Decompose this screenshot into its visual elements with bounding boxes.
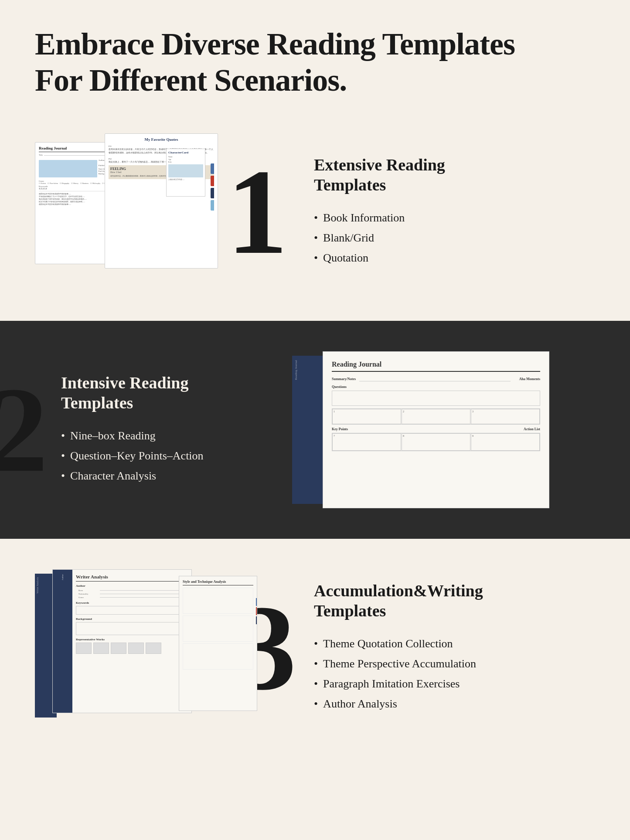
bullet-theme-perspective: Theme Perspective Accumulation (314, 654, 595, 674)
author-label: Author (99, 159, 105, 161)
journal-card-2: My Favorite Quotes P21 思考本身并没有太多价值，只有当与个… (105, 133, 218, 269)
bullet-blank-grid: Blank/Grid (314, 228, 595, 248)
s3-keywords-label: Keywords (76, 601, 188, 605)
bullet-book-info: Book Information (314, 208, 595, 228)
title-line2: For Different Scenarios. (35, 63, 347, 98)
genre-philosophy: ☐ Philosophy (90, 182, 100, 184)
main-title: Embrace Diverse Reading Templates For Di… (35, 26, 595, 99)
genre-business: ☐ Business (80, 182, 89, 184)
character-card-mini: CharacterCard Name Age Role 人物分析文字内容....… (166, 149, 205, 197)
section3-bullets: Theme Quotation Collection Theme Perspec… (314, 634, 595, 714)
section2-preview: Reading Journal Reading Journal Summary/… (279, 347, 595, 513)
s3-genre-label: Genre (78, 596, 98, 599)
section3-content: Accumulation&Writing Templates Theme Quo… (296, 581, 595, 714)
tab-dark (211, 188, 214, 198)
s3-born-label: Born (78, 589, 98, 592)
section-number-1: 1 (227, 151, 288, 273)
title-label: Title (39, 154, 43, 157)
s2-questions-label: Questions (332, 385, 540, 389)
section-intensive: 2 Intensive Reading Templates Nine–box R… (0, 321, 630, 539)
section2-title: Intensive Reading Templates (35, 373, 244, 413)
s3-second-card: Style and Technique Analysis (179, 576, 257, 711)
section2-content: 2 Intensive Reading Templates Nine–box R… (35, 373, 244, 486)
bullet-author-analysis: Author Analysis (314, 694, 595, 714)
s3-representative-label: Representative Works (76, 638, 188, 641)
section-number-2: 2 (0, 369, 48, 491)
s2-journal-title: Reading Journal (332, 360, 540, 372)
tab-light (211, 200, 214, 211)
tab-decoration (211, 163, 214, 211)
genre-fiction: ☐ Fiction (39, 182, 46, 184)
s3-background-label: Background (76, 617, 188, 621)
section3-title: Accumulation&Writing Templates (314, 581, 595, 621)
section2-bullets: Nine–box Reading Question–Key Points–Act… (35, 426, 244, 486)
s2-aha-label: Aha Moments (514, 377, 540, 381)
title-line1: Embrace Diverse Reading Templates (35, 27, 515, 61)
bullet-theme-quotation: Theme Quotation Collection (314, 634, 595, 654)
section1-preview: Reading Journal Title Author 大学图书馆·七七七七七… (35, 129, 262, 295)
genre-biography: ☐ Biography (60, 182, 69, 184)
s2-summary-label: Summary/Notes (332, 377, 356, 381)
section3-preview: Writer Analysis Author Writer Analysis A… (35, 565, 262, 731)
genre-nonfiction: ☐ Non-fiction (48, 182, 58, 184)
bullet-character: Character Analysis (61, 466, 244, 486)
quotes-title: My Favorite Quotes (109, 137, 214, 143)
s3-card-title: Writer Analysis (76, 574, 188, 582)
s3-nationality-label: Nationality (78, 593, 98, 595)
section1-content: Extensive Reading Templates Book Informa… (296, 155, 595, 268)
s2-action-label: Action List (524, 427, 540, 431)
bullet-nine-box: Nine–box Reading (61, 426, 244, 446)
character-card-title: CharacterCard (168, 151, 203, 154)
section1-title: Extensive Reading Templates (314, 155, 595, 195)
header-section: Embrace Diverse Reading Templates For Di… (0, 0, 630, 120)
s2-main-card: Reading Journal Summary/Notes Aha Moment… (323, 351, 549, 508)
tab-blue (211, 163, 214, 174)
tab-red (211, 176, 214, 186)
s2-key-label: Key Points (332, 427, 356, 431)
s3-author-label: Author (76, 584, 188, 588)
genre-history: ☐ History (71, 182, 78, 184)
s3-main-card: Author Writer Analysis Author Born Natio… (52, 569, 192, 713)
section-extensive: Reading Journal Title Author 大学图书馆·七七七七七… (0, 120, 630, 321)
bullet-paragraph-imitation: Paragraph Imitation Exercises (314, 674, 595, 694)
rating-label: Rating (99, 173, 104, 175)
bullet-question-key: Question–Key Points–Action (61, 446, 244, 466)
bullet-quotation: Quotation (314, 248, 595, 268)
section-accumulation: Writer Analysis Author Writer Analysis A… (0, 539, 630, 757)
section1-bullets: Book Information Blank/Grid Quotation (314, 208, 595, 268)
